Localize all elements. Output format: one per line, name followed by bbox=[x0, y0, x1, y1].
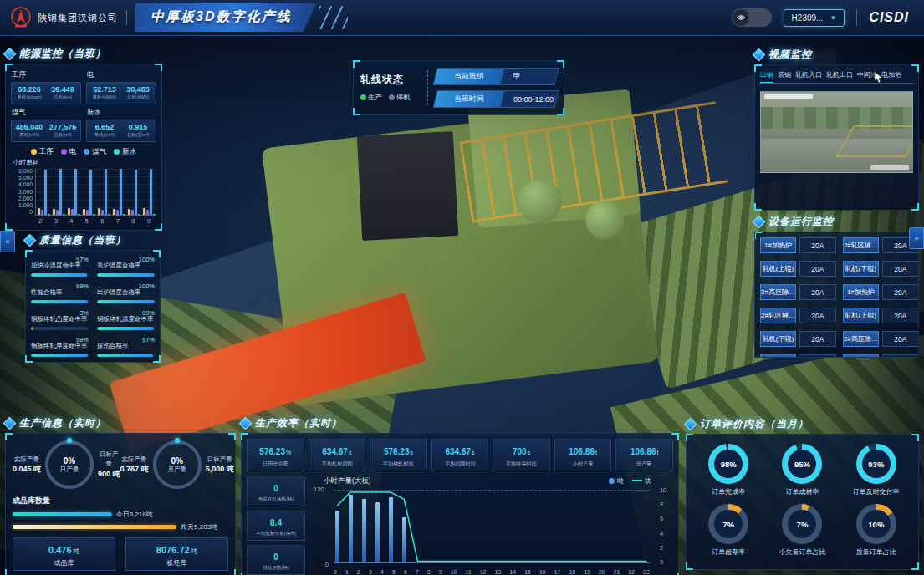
diamond-icon bbox=[753, 215, 766, 228]
tab-mill-entry[interactable]: 轧机入口 bbox=[795, 70, 822, 79]
panel-header: 生产效率（实时） bbox=[241, 416, 679, 430]
equipment-name-button[interactable]: 2#轧区辅… bbox=[760, 308, 796, 323]
right-axis: 1086420 bbox=[660, 487, 666, 565]
panel-title: 生产效率（实时） bbox=[255, 416, 342, 430]
production-info-panel: 生产信息（实时） 实际产量0.045 吨 0%日产量 目标产量900 吨 实际产… bbox=[5, 416, 236, 570]
equipment-current-value: 20A bbox=[882, 331, 919, 347]
production-gauges: 实际产量0.045 吨 0%日产量 目标产量900 吨 实际产量0.767 吨 … bbox=[11, 439, 230, 494]
collapse-left-tab[interactable]: « bbox=[0, 231, 15, 252]
visibility-toggle[interactable] bbox=[732, 8, 772, 27]
daily-output-gauge: 0%日产量 bbox=[45, 440, 94, 489]
panel-header: 订单评价内容（当月） bbox=[686, 416, 919, 431]
scene-dark-tower bbox=[357, 131, 458, 241]
quality-info-panel: 质量信息（当班） 超快冷温度命中率97% 装炉温度合格率100% 性能合格率99… bbox=[25, 232, 161, 363]
equipment-item: 轧机(下辊)20A bbox=[843, 261, 919, 277]
energy-quadrant-water: 新水 6.652单耗(m³/t) 0.915总耗(万m³) bbox=[86, 107, 156, 145]
equipment-current-value: 20A bbox=[882, 284, 919, 300]
energy-quadrant-gas: 煤气 486.040单耗(m³/t) 277,576总耗(m³) bbox=[11, 107, 81, 145]
blocks-line-series bbox=[334, 490, 650, 562]
rolling-status-legend: 生产 停机 bbox=[360, 93, 421, 103]
panel-header: 质量信息（当班） bbox=[25, 232, 161, 247]
title-slash-decor bbox=[319, 6, 348, 29]
equipment-current-value: 20A bbox=[799, 354, 836, 358]
quality-metric: 出炉温度合格率100% bbox=[97, 282, 155, 303]
energy-chart-xaxis: 23456789 bbox=[33, 217, 156, 225]
diamond-icon bbox=[239, 417, 253, 430]
equipment-item: 1#加热炉20A bbox=[760, 237, 836, 253]
efficiency-lower: 0当前在轧块数(块) 8.4平均轧制节奏(块/h) 0待轧坯数(块) 小时产量(… bbox=[247, 476, 673, 575]
tab-mill-exit[interactable]: 轧机出口 bbox=[826, 70, 853, 79]
scene-drum bbox=[585, 201, 624, 239]
monthly-output-gauge: 0%月产量 bbox=[153, 440, 202, 489]
energy-chart-plot bbox=[35, 169, 156, 216]
diamond-icon bbox=[753, 48, 766, 61]
order-evaluation-panel: 订单评价内容（当月） 98%订单完成率 95%订单成材率 93%订单及时交付率 … bbox=[686, 416, 919, 570]
monthly-output-group: 实际产量0.767 吨 0%月产量 目标产量5,000 吨 bbox=[120, 440, 234, 489]
legend-production: 生产 bbox=[360, 93, 382, 103]
dashed-divider bbox=[427, 70, 428, 105]
panel-header: 能源监控（当班） bbox=[5, 47, 162, 61]
tab-tapping[interactable]: 出钢 bbox=[760, 70, 773, 79]
cisdi-logo: CISDI bbox=[869, 10, 909, 25]
header-divider bbox=[856, 9, 857, 26]
tab-charging[interactable]: 装钢 bbox=[778, 70, 791, 79]
efficiency-stat-cards: 576.23%日历作业率 634.67s平均轧制周期 576.23s平均纯轧时间… bbox=[247, 439, 673, 471]
company-logo-icon bbox=[10, 7, 32, 28]
collapse-right-tab[interactable]: » bbox=[909, 227, 924, 249]
stock-bar-yesterday: 昨天5,203吨 bbox=[13, 522, 228, 532]
video-feed[interactable] bbox=[760, 91, 913, 173]
diamond-icon bbox=[3, 48, 17, 61]
video-camera-label-overlay bbox=[870, 165, 909, 170]
energy-quadrant-process: 工序 68.226单耗(kgce/t) 39.449总耗(tce) bbox=[11, 69, 81, 107]
equipment-name-button[interactable]: 1#加热炉 bbox=[843, 284, 879, 300]
line-select-value: H2309... bbox=[792, 13, 824, 23]
order-metric: 95%订单成材率 bbox=[765, 444, 839, 496]
company-name: 陕钢集团汉钢公司 bbox=[38, 12, 118, 24]
stock-bar-today: 今日3,218吨 bbox=[13, 510, 228, 519]
mouse-cursor bbox=[873, 70, 886, 85]
equipment-name-button[interactable]: 轧机(下辊) bbox=[843, 261, 879, 277]
equipment-name-button[interactable]: 2#高压除… bbox=[760, 284, 796, 300]
quality-metrics-grid: 超快冷温度命中率97% 装炉温度合格率100% 性能合格率99% 出炉温度合格率… bbox=[31, 256, 155, 357]
energy-quadrant-electric: 电 52.713单耗(kWh/t) 30,483总耗(kWh) bbox=[86, 69, 156, 107]
panel-title: 设备运行监控 bbox=[768, 215, 834, 229]
line-select-dropdown[interactable]: H2309... ▼ bbox=[784, 9, 845, 27]
order-metric: 98%订单完成率 bbox=[692, 444, 765, 496]
equipment-item: 2#轧区辅…20A bbox=[843, 354, 919, 358]
quality-metric: 钢板终轧厚度命中率98% bbox=[31, 336, 89, 357]
panel-title: 视频监控 bbox=[768, 48, 812, 62]
slab-stock-box: 8076.72吨 板坯库 bbox=[125, 537, 228, 571]
equipment-name-button[interactable]: 轧机(上辊) bbox=[843, 308, 879, 323]
panel-header: 视频监控 bbox=[754, 47, 919, 62]
equipment-current-value: 20A bbox=[799, 331, 836, 347]
side-stat: 0当前在轧块数(块) bbox=[247, 476, 305, 506]
equipment-grid: 1#加热炉20A 2#轧区辅…20A 轧机(上辊)20A 轧机(下辊)20A 2… bbox=[760, 237, 913, 358]
panel-title: 生产信息（实时） bbox=[19, 416, 106, 430]
page-title: 中厚板3D数字化产线 bbox=[151, 9, 291, 23]
stat-card: 700s平均待温时间 bbox=[493, 439, 550, 471]
camera-tabs: 出钢 装钢 轧机入口 轧机出口 中间冷 电加热 bbox=[760, 70, 913, 84]
stat-card: 634.67s平均轧制周期 bbox=[309, 439, 366, 471]
production-efficiency-panel: 生产效率（实时） 576.23%日历作业率 634.67s平均轧制周期 576.… bbox=[241, 416, 679, 570]
equipment-name-button[interactable]: 1#加热炉 bbox=[760, 354, 796, 358]
equipment-name-button[interactable]: 1#加热炉 bbox=[760, 237, 796, 253]
equipment-name-button[interactable]: 2#高压除… bbox=[843, 331, 879, 347]
scene-yellow-railings bbox=[459, 101, 728, 222]
header-bar: 陕钢集团汉钢公司 中厚板3D数字化产线 H2309... ▼ CISDI bbox=[0, 0, 924, 36]
equipment-name-button[interactable]: 轧机(下辊) bbox=[760, 331, 796, 347]
equipment-monitor-panel: 设备运行监控 1#加热炉20A 2#轧区辅…20A 轧机(上辊)20A 轧机(下… bbox=[754, 214, 919, 358]
panel-title: 能源监控（当班） bbox=[19, 47, 106, 61]
equipment-current-value: 20A bbox=[799, 261, 836, 277]
legend-item: 新水 bbox=[114, 147, 136, 157]
eye-icon bbox=[733, 9, 749, 26]
equipment-name-button[interactable]: 2#轧区辅… bbox=[843, 354, 879, 358]
panel-title: 质量信息（当班） bbox=[39, 233, 126, 247]
equipment-current-value: 20A bbox=[882, 308, 919, 323]
equipment-current-value: 20A bbox=[799, 284, 836, 300]
efficiency-side-stats: 0当前在轧块数(块) 8.4平均轧制节奏(块/h) 0待轧坯数(块) bbox=[247, 476, 305, 575]
legend-stopped: 停机 bbox=[389, 93, 411, 103]
equipment-name-button[interactable]: 轧机(上辊) bbox=[760, 261, 796, 277]
header-divider bbox=[126, 10, 127, 25]
chart-plot bbox=[334, 490, 650, 563]
equipment-name-button[interactable]: 2#轧区辅… bbox=[843, 237, 879, 253]
